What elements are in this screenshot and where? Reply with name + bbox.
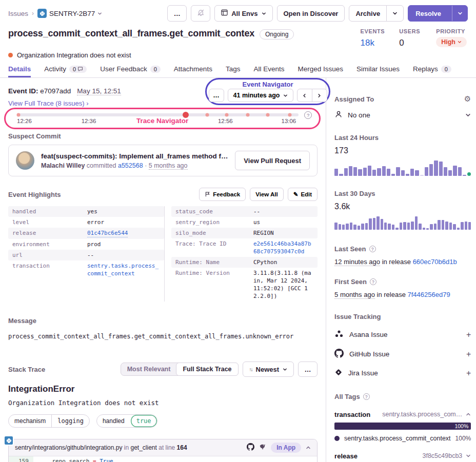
tab-tags[interactable]: Tags bbox=[226, 65, 241, 77]
tag-release: release3f8c5c49bcb3 bbox=[334, 451, 471, 462]
tab-user-feedback[interactable]: User Feedback0 bbox=[100, 65, 161, 77]
chart-bar bbox=[382, 166, 386, 176]
tag-detail-dot bbox=[334, 436, 340, 441]
archive-dropdown-button[interactable] bbox=[386, 5, 404, 22]
trace-event-dot[interactable] bbox=[266, 113, 269, 117]
more-actions-button[interactable]: … bbox=[167, 5, 187, 22]
message-text: process_commit_context_all_frames.get_co… bbox=[8, 333, 318, 340]
view-all-button[interactable]: View All bbox=[250, 188, 283, 201]
tab-similar-issues[interactable]: Similar Issues bbox=[356, 65, 400, 77]
tab-replays[interactable]: Replays0 bbox=[413, 65, 451, 77]
trace-event-dot[interactable] bbox=[225, 113, 229, 117]
tab-merged-issues[interactable]: Merged Issues bbox=[298, 65, 343, 77]
chart-bar bbox=[387, 169, 390, 176]
tab-count-badge: 0 bbox=[441, 66, 451, 73]
chart-bar bbox=[396, 167, 400, 176]
add-asana-issue-button[interactable]: + bbox=[466, 330, 471, 339]
highlight-value: -- bbox=[87, 251, 94, 259]
tab-activity[interactable]: Activity0 bbox=[44, 65, 87, 77]
highlight-value[interactable]: 01c47bc6e544 bbox=[87, 229, 128, 237]
code-text: repo_search = True bbox=[33, 456, 317, 462]
resolve-button[interactable]: Resolve bbox=[408, 5, 468, 22]
resolve-dropdown-button[interactable] bbox=[452, 6, 467, 21]
chevron-down-icon[interactable] bbox=[466, 451, 471, 460]
mechanism-pill: handledtrue bbox=[96, 414, 157, 428]
last-seen-release-link[interactable]: 660ec70b6d1b bbox=[413, 258, 457, 266]
pill-value: logging bbox=[51, 415, 89, 427]
event-time-dropdown[interactable]: 41 minutes ago bbox=[228, 89, 293, 102]
code-line[interactable]: 159 repo_search = True bbox=[9, 456, 317, 462]
breadcrumb-issue[interactable]: SENTRY-2B77 bbox=[37, 9, 102, 18]
commit-author: Malachi Willey bbox=[41, 162, 85, 169]
tab-attachments[interactable]: Attachments bbox=[174, 65, 212, 77]
tag-header[interactable]: release3f8c5c49bcb3 bbox=[334, 451, 471, 460]
open-in-discover-button[interactable]: Open in Discover bbox=[277, 5, 345, 22]
tab-label: Replays bbox=[413, 65, 438, 73]
assignee-selector[interactable]: No one bbox=[334, 110, 471, 120]
issue-tracking-asana[interactable]: Asana Issue+ bbox=[334, 329, 471, 340]
most-relevant-toggle[interactable]: Most Relevant bbox=[121, 363, 177, 375]
add-github-issue-button[interactable]: + bbox=[466, 350, 471, 359]
in-app-badge: In App bbox=[271, 443, 301, 453]
bell-muted-icon bbox=[197, 9, 205, 18]
event-more-button[interactable]: … bbox=[209, 89, 224, 102]
last-seen-heading: Last Seen bbox=[334, 245, 366, 253]
issue-tracking-jira[interactable]: Jira Issue+ bbox=[334, 368, 471, 378]
mute-notifications-button[interactable] bbox=[191, 5, 210, 22]
first-seen-release-link[interactable]: 7f446256ed79 bbox=[408, 291, 450, 298]
raven-icon[interactable] bbox=[259, 444, 266, 452]
suspect-commit-heading: Suspect Commit bbox=[8, 132, 318, 140]
commit-sha-link[interactable]: a552568 bbox=[118, 162, 143, 169]
comment-icon bbox=[77, 66, 83, 72]
chevron-up-icon[interactable] bbox=[306, 445, 311, 450]
pill-value: true bbox=[130, 415, 157, 427]
full-stack-trace-toggle[interactable]: Full Stack Trace bbox=[176, 363, 238, 376]
feedback-button[interactable]: Feedback bbox=[199, 188, 246, 201]
stack-frame-header[interactable]: sentry/integrations/github/integration.p… bbox=[9, 439, 317, 456]
archive-button[interactable]: Archive bbox=[349, 5, 387, 22]
highlight-row: Trace: Trace IDe2e561c46ba34a87b68c70759… bbox=[171, 238, 318, 257]
help-icon[interactable]: ? bbox=[363, 393, 370, 400]
stack-frame: sentry/integrations/github/integration.p… bbox=[8, 439, 318, 462]
sort-newest-button[interactable]: ↑↓ Newest bbox=[243, 361, 294, 377]
tab-details[interactable]: Details bbox=[8, 65, 31, 77]
tag-header[interactable]: transactionsentry.tasks.process_com… bbox=[334, 410, 471, 419]
breadcrumb-issues-link[interactable]: Issues bbox=[8, 10, 28, 17]
priority-badge[interactable]: High bbox=[436, 37, 467, 47]
commit-time: 5 months ago bbox=[149, 162, 188, 170]
stack-trace-more-button[interactable]: … bbox=[298, 361, 318, 377]
github-icon[interactable] bbox=[247, 443, 254, 452]
trace-event-dot[interactable] bbox=[246, 113, 250, 117]
assignee-value: No one bbox=[348, 111, 370, 119]
trace-event-dot[interactable] bbox=[205, 113, 209, 117]
chart-bar bbox=[423, 228, 425, 230]
chevron-up-icon[interactable] bbox=[466, 410, 471, 419]
events-count[interactable]: 18k bbox=[361, 38, 385, 48]
error-level-dot bbox=[8, 53, 13, 57]
highlight-value[interactable]: e2e561c46ba34a87b68c707593047c0d bbox=[253, 240, 313, 255]
highlight-key: handled bbox=[12, 208, 87, 215]
trace-event-dot[interactable] bbox=[288, 113, 291, 117]
edit-button[interactable]: ✎ Edit bbox=[288, 188, 318, 201]
previous-event-button[interactable] bbox=[297, 89, 312, 102]
pill-key: handled bbox=[97, 415, 130, 427]
next-event-button[interactable] bbox=[312, 89, 327, 102]
tag-detail-row[interactable]: sentry.tasks.process_commit_context100% bbox=[334, 435, 471, 442]
stack-trace-toggle: Most Relevant Full Stack Trace bbox=[121, 363, 239, 376]
environment-filter-button[interactable]: All Envs bbox=[214, 5, 272, 22]
help-icon[interactable]: ? bbox=[370, 278, 376, 285]
chart-bar bbox=[415, 216, 418, 230]
trace-timeline[interactable] bbox=[17, 113, 299, 116]
add-jira-issue-button[interactable]: + bbox=[466, 369, 471, 378]
chart-bar bbox=[349, 166, 352, 176]
view-full-trace-link[interactable]: View Full Trace (8 issues) › bbox=[8, 99, 89, 107]
help-icon[interactable]: ? bbox=[369, 246, 376, 252]
view-pull-request-button[interactable]: View Pull Request bbox=[235, 151, 310, 170]
trace-event-dot[interactable] bbox=[16, 113, 20, 117]
tab-all-events[interactable]: All Events bbox=[253, 65, 284, 77]
tag-detail-name: sentry.tasks.process_commit_context bbox=[344, 435, 450, 442]
highlight-value[interactable]: sentry.tasks.process_commit_context bbox=[87, 262, 160, 277]
issue-tracking-github[interactable]: GitHub Issue+ bbox=[334, 349, 471, 359]
gear-icon[interactable]: ⚙ bbox=[464, 94, 471, 104]
highlight-key: environment bbox=[12, 240, 87, 248]
